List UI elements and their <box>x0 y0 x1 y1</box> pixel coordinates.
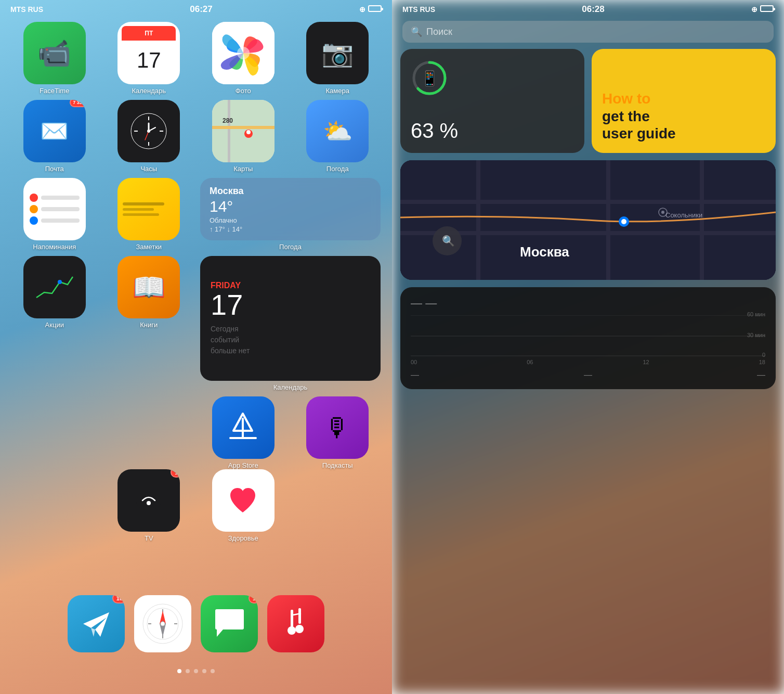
chart-x-12: 12 <box>643 359 649 365</box>
maps-icon[interactable]: 280 <box>212 100 275 162</box>
mail-label: Почта <box>45 165 64 173</box>
battery-percent: 63 % <box>411 119 458 143</box>
app-grid-row3: Напоминания Заметки Москва 14° Облачно ↑… <box>0 178 392 256</box>
calendar-app-icon[interactable]: ПТ 17 <box>117 22 180 84</box>
stocks-icon[interactable] <box>23 256 86 318</box>
podcasts-label: Подкасты <box>322 461 353 469</box>
footer-dash2: — <box>584 370 592 380</box>
app-stocks[interactable]: Акции <box>11 256 98 391</box>
app-reminders[interactable]: Напоминания <box>11 178 98 251</box>
dock-safari[interactable] <box>134 595 191 652</box>
svg-point-23 <box>147 501 151 505</box>
facetime-icon[interactable]: 📹 <box>23 22 86 84</box>
app-facetime[interactable]: 📹 FaceTime <box>11 22 98 95</box>
svg-rect-14 <box>212 126 275 129</box>
app-maps[interactable]: 280 Карты <box>200 100 286 173</box>
app-appletv[interactable]: 1 TV <box>106 469 192 542</box>
battery-icon-left <box>368 5 382 14</box>
camera-icon[interactable]: 📷 <box>306 22 369 84</box>
dock-telegram[interactable]: 10 <box>68 595 125 652</box>
dock-messages[interactable]: 1 <box>201 595 258 652</box>
chart-label-60: 60 мин <box>747 311 765 317</box>
svg-rect-34 <box>291 610 293 628</box>
app-health[interactable]: Здоровье <box>200 469 286 542</box>
podcasts-icon[interactable]: 🎙 <box>306 396 369 459</box>
app-weather[interactable]: ⛅ Погода <box>295 100 381 173</box>
battery-widget[interactable]: 📱 63 % <box>400 49 584 153</box>
app-calendar-icon[interactable]: ПТ 17 Календарь <box>106 22 192 95</box>
app-photos[interactable]: Фото <box>200 22 286 95</box>
appstore-label: App Store <box>228 461 258 469</box>
app-podcasts[interactable]: 🎙 Подкасты <box>295 396 381 469</box>
app-clock[interactable]: Часы <box>106 100 192 173</box>
screentime-footer: — — — <box>411 370 765 380</box>
status-bar-left: MTS RUS 06:27 ⊕ <box>0 0 392 17</box>
notes-icon[interactable] <box>117 178 180 240</box>
userguide-line1: How to <box>602 91 650 107</box>
app-mail[interactable]: ✉️ 7 330 Почта <box>11 100 98 173</box>
photos-icon[interactable] <box>212 22 275 84</box>
safari-icon[interactable] <box>134 595 191 652</box>
search-bar[interactable]: 🔍 Поиск <box>402 21 774 43</box>
widgets-container: 📱 63 % How to get the user guide <box>392 49 784 389</box>
stocks-label: Акции <box>45 321 64 329</box>
reminders-label: Напоминания <box>33 243 76 251</box>
appstore-icon[interactable] <box>212 396 275 459</box>
appletv-icon[interactable]: 1 <box>117 469 180 532</box>
facetime-label: FaceTime <box>40 87 69 95</box>
messages-badge: 1 <box>249 595 258 603</box>
map-widget[interactable]: 🔍 Москва Сокольники <box>400 160 776 280</box>
svg-point-37 <box>288 626 296 635</box>
mail-icon[interactable]: ✉️ 7 330 <box>23 100 86 162</box>
weather-widget[interactable]: Москва 14° Облачно ↑ 17° ↓ 14° Погода <box>200 178 381 251</box>
maps-label: Карты <box>233 165 253 173</box>
large-cal-label: Календарь <box>273 383 308 391</box>
svg-point-48 <box>621 219 626 224</box>
app-camera[interactable]: 📷 Камера <box>295 22 381 95</box>
svg-text:Сокольники: Сокольники <box>665 211 702 219</box>
screentime-dash-top: — — <box>411 297 765 310</box>
svg-text:🔍: 🔍 <box>442 235 455 247</box>
appletv-badge: 1 <box>171 469 180 478</box>
screentime-widget[interactable]: — — 60 мин 30 мин 0 00 06 12 18 <box>400 287 776 389</box>
app-grid-row4: Акции 📖 Книги FRIDAY 17 Сегодня событий … <box>0 256 392 396</box>
reminders-icon[interactable] <box>23 178 86 240</box>
userguide-line3: user guide <box>602 125 676 142</box>
books-icon[interactable]: 📖 <box>117 256 180 318</box>
chart-label-30: 30 мин <box>747 332 765 338</box>
health-icon[interactable] <box>212 469 275 532</box>
weather-icon[interactable]: ⛅ <box>306 100 369 162</box>
messages-icon[interactable]: 1 <box>201 595 258 652</box>
userguide-widget[interactable]: How to get the user guide <box>592 49 776 153</box>
carrier-right: MTS RUS <box>402 5 435 14</box>
time-left: 06:27 <box>190 4 212 15</box>
svg-rect-35 <box>298 608 301 624</box>
screentime-chart: 60 мин 30 мин 0 <box>411 315 765 357</box>
health-label: Здоровье <box>228 534 258 542</box>
large-calendar-widget[interactable]: FRIDAY 17 Сегодня событий больше нет Кал… <box>200 256 381 391</box>
chart-x-00: 00 <box>411 359 417 365</box>
telegram-icon[interactable]: 10 <box>68 595 125 652</box>
battery-phone-icon: 📱 <box>421 70 439 87</box>
app-notes[interactable]: Заметки <box>106 178 192 251</box>
svg-point-20 <box>58 280 62 284</box>
app-books[interactable]: 📖 Книги <box>106 256 192 391</box>
left-phone: MTS RUS 06:27 ⊕ 📹 FaceTime ПТ 17 Кале <box>0 0 392 694</box>
dot-5 <box>211 669 215 673</box>
page-dots <box>0 669 392 673</box>
app-appstore[interactable]: App Store <box>200 396 286 469</box>
svg-rect-16 <box>228 129 230 162</box>
battery-icons-left: ⊕ <box>359 5 382 14</box>
dot-3 <box>194 669 198 673</box>
clock-label: Часы <box>140 165 157 173</box>
svg-point-19 <box>246 130 251 134</box>
dock-music[interactable] <box>267 595 324 652</box>
svg-rect-13 <box>212 100 275 162</box>
clock-icon[interactable] <box>117 100 180 162</box>
svg-point-2 <box>237 47 250 59</box>
dock: 10 <box>0 595 392 652</box>
camera-label: Камера <box>326 87 349 95</box>
music-icon[interactable] <box>267 595 324 652</box>
svg-point-54 <box>661 211 664 214</box>
svg-point-12 <box>147 130 150 133</box>
